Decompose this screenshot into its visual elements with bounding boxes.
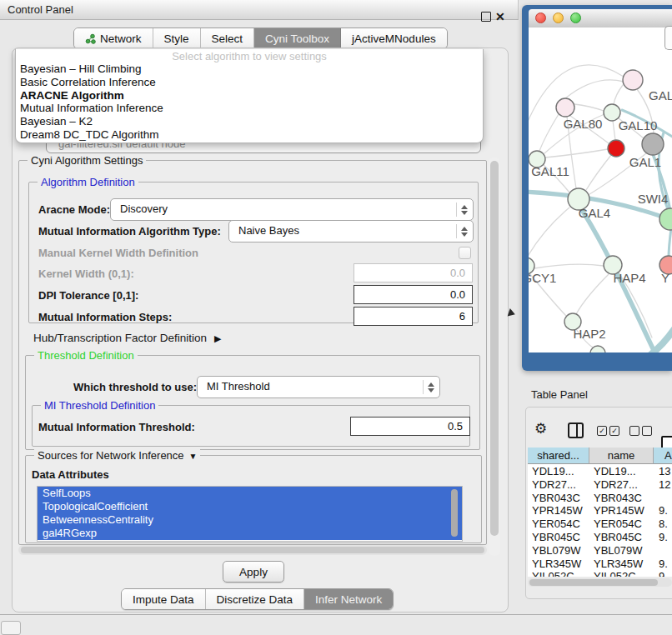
dropdown-item[interactable]: Dream8 DC_TDC Algorithm	[16, 128, 483, 142]
attribute-item[interactable]: TopologicalCoefficient	[38, 500, 462, 513]
aracne-mode-combo[interactable]: Discovery	[110, 198, 474, 221]
network-node-label: Y	[661, 271, 669, 285]
settings-vscroll-thumb[interactable]	[490, 161, 499, 536]
dpi-tolerance-field[interactable]: 0.0	[354, 285, 473, 304]
network-tool-overlay-fragment[interactable]	[664, 26, 672, 50]
deselect-all-unchecked-icon[interactable]	[642, 426, 652, 436]
algorithm-dropdown-list: Select algorithm to view settings Bayesi…	[15, 49, 484, 143]
network-node[interactable]	[642, 133, 664, 155]
kernel-width-label: Kernel Width (0,1):	[38, 268, 134, 280]
control-panel-titlebar: Control Panel	[0, 0, 519, 20]
network-edge[interactable]	[613, 121, 615, 140]
network-edge[interactable]	[574, 104, 604, 111]
dropdown-item[interactable]: Bayesian – K2	[16, 115, 483, 128]
table-row[interactable]: YER054CYER054C8.	[528, 518, 672, 531]
bottom-strip	[0, 615, 672, 635]
table-row[interactable]: YIL052CYIL052C9	[528, 570, 672, 577]
network-edge[interactable]	[614, 85, 623, 104]
combo-spinner-icon	[461, 227, 468, 237]
hub-definition-expander[interactable]: Hub/Transcription Factor Definition▶	[33, 332, 222, 344]
tab-infer-network[interactable]: Infer Network	[304, 589, 393, 609]
tab-cyni-toolbox[interactable]: Cyni Toolbox	[254, 28, 341, 48]
select-all-checked-icon[interactable]: ✓	[597, 426, 607, 436]
minimize-traffic-light-icon[interactable]	[553, 12, 564, 23]
column-header-shared-name[interactable]: shared...	[528, 448, 589, 464]
table-row[interactable]: YPR145WYPR145W9.	[528, 504, 672, 518]
network-node[interactable]	[623, 70, 643, 90]
network-edge[interactable]	[565, 80, 624, 98]
mi-algorithm-type-combo[interactable]: Naive Bayes	[228, 220, 474, 242]
close-traffic-light-icon[interactable]	[535, 12, 546, 23]
mi-steps-field[interactable]: 6	[354, 307, 473, 326]
float-icon[interactable]	[481, 12, 491, 22]
tab-discretize-data[interactable]: Discretize Data	[206, 589, 305, 609]
network-edge[interactable]	[545, 149, 608, 158]
table-row[interactable]: YDL19...YDL19...13	[528, 465, 672, 478]
settings-gear-icon[interactable]: ⚙	[534, 422, 547, 437]
kernel-width-field[interactable]: 0.0	[354, 263, 473, 282]
tab-network[interactable]: Network	[74, 28, 153, 48]
tab-impute-data[interactable]: Impute Data	[122, 589, 206, 609]
column-header-next[interactable]: A	[654, 448, 672, 464]
mouse-cursor	[508, 308, 517, 318]
network-node-label: GAL1	[629, 155, 661, 169]
attribute-item[interactable]: BetweennessCentrality	[38, 513, 462, 527]
table-row[interactable]: YLR345WYLR345W9.	[528, 558, 672, 571]
collapse-down-icon: ▼	[189, 452, 198, 461]
table-row[interactable]: YBL079WYBL079W	[528, 544, 672, 558]
attribute-item[interactable]: gal4RGexp	[38, 527, 462, 540]
network-edge[interactable]	[539, 114, 559, 151]
zoom-traffic-light-icon[interactable]	[570, 12, 581, 23]
deselect-all-unchecked-icon[interactable]	[629, 426, 639, 436]
network-canvas[interactable]: GALGAL80GAL10GAL1GAL11GAL4SWI4GCY1HAP4YH…	[529, 28, 672, 352]
table-hscroll-thumb[interactable]	[529, 579, 658, 586]
attribute-item[interactable]: SelfLoops	[38, 487, 462, 500]
screen: Control Panel ✕ Network Style Select Cyn…	[0, 0, 672, 635]
aracne-mode-label: Aracne Mode:	[38, 203, 110, 216]
network-node[interactable]	[608, 140, 624, 157]
network-edge[interactable]	[576, 273, 609, 314]
tab-select[interactable]: Select	[201, 28, 255, 48]
attribute-list-scrollbar[interactable]	[451, 489, 458, 537]
table-row[interactable]: YDR27...YDR27...12	[528, 478, 672, 492]
tab-network-label: Network	[100, 32, 142, 45]
table-panel-title: Table Panel	[531, 388, 588, 401]
network-edge[interactable]	[586, 155, 611, 190]
data-attributes-label: Data Attributes	[32, 468, 109, 481]
combo-spinner-icon	[461, 205, 468, 215]
table-row[interactable]: YBR043CYBR043C	[528, 492, 672, 505]
sources-title[interactable]: Sources for Network Inference▼	[34, 449, 200, 462]
select-all-checked-icon[interactable]: ✓	[609, 426, 619, 436]
close-icon[interactable]: ✕	[495, 11, 505, 22]
node-table: shared... name A YDL19...YDL19...13 YDR2…	[528, 448, 672, 577]
dropdown-item-selected[interactable]: ARACNE Algorithm	[16, 89, 483, 102]
dropdown-item[interactable]: Basic Correlation Inference	[16, 76, 483, 89]
dropdown-item[interactable]: Mutual Information Inference	[16, 102, 483, 115]
settings-hscroll-thumb[interactable]	[21, 547, 484, 553]
network-edge[interactable]	[534, 264, 604, 268]
network-node-label: SWI4	[638, 192, 669, 206]
mi-threshold-definition-title: MI Threshold Definition	[41, 399, 158, 412]
mi-threshold-field[interactable]: 0.5	[350, 417, 470, 436]
apply-button[interactable]: Apply	[223, 561, 284, 582]
column-header-name[interactable]: name	[589, 448, 654, 464]
expand-right-icon: ▶	[214, 333, 221, 344]
bottom-left-button[interactable]	[1, 621, 21, 635]
settings-group-title: Cyni Algorithm Settings	[28, 154, 146, 167]
combo-spinner-icon	[428, 382, 434, 392]
network-edge[interactable]	[529, 208, 569, 258]
network-edge[interactable]	[669, 228, 671, 258]
tab-style[interactable]: Style	[153, 28, 201, 48]
split-columns-icon[interactable]	[568, 422, 584, 438]
network-node-label: GAL4	[579, 206, 610, 220]
dpi-tolerance-label: DPI Tolerance [0,1]:	[38, 289, 138, 302]
network-node[interactable]	[556, 98, 574, 117]
table-row[interactable]: YBR045CYBR045C9.	[528, 531, 672, 544]
threshold-definition-title: Threshold Definition	[34, 349, 138, 362]
network-node[interactable]	[659, 208, 672, 230]
which-threshold-combo[interactable]: MI Threshold	[197, 376, 440, 398]
dropdown-item[interactable]: Bayesian – Hill Climbing	[16, 62, 483, 76]
tab-jactivemnodules[interactable]: jActiveMNodules	[341, 28, 447, 48]
manual-kernel-checkbox[interactable]	[459, 247, 471, 259]
which-threshold-label: Which threshold to use:	[73, 381, 197, 393]
